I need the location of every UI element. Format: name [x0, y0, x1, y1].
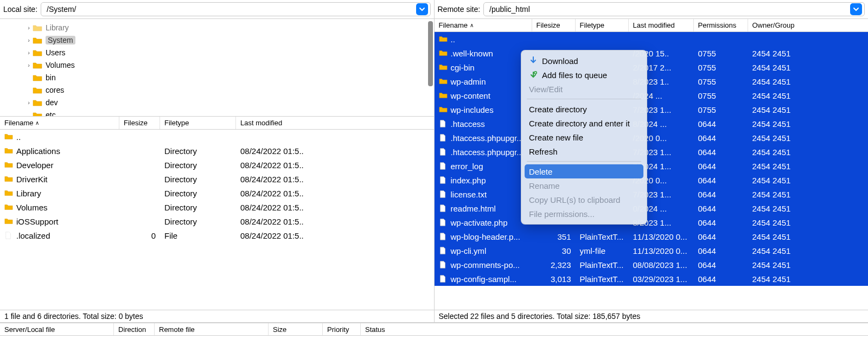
file-icon — [439, 260, 448, 269]
remote-col-lastmod[interactable]: Last modified — [629, 19, 694, 31]
remote-path-row: Remote site: — [435, 0, 869, 19]
file-name: DriverKit — [16, 175, 48, 184]
file-icon — [439, 119, 448, 128]
queue-col-remote[interactable]: Remote file — [155, 323, 269, 335]
tree-item[interactable]: ›Volumes — [0, 59, 434, 71]
disclosure-icon[interactable]: › — [25, 37, 33, 43]
list-item[interactable]: wp-cli.yml30yml-file11/13/2020 0...06442… — [435, 244, 869, 258]
list-item[interactable]: wp-comments-po...2,323PlainTextT...08/08… — [435, 258, 869, 272]
remote-col-filesize[interactable]: Filesize — [532, 19, 576, 31]
tree-item-label: Library — [46, 23, 69, 32]
disclosure-icon[interactable]: › — [25, 49, 33, 56]
list-item[interactable]: license.txt7/2023 1...06442454 2451 — [435, 187, 869, 201]
menu-create-new-file[interactable]: Create new file — [521, 130, 647, 144]
menu-refresh[interactable]: Refresh — [521, 144, 647, 158]
list-item[interactable]: wp-activate.php8/2023 1...06442454 2451 — [435, 215, 869, 229]
file-permissions: 0644 — [694, 162, 748, 171]
tree-item[interactable]: bin — [0, 71, 434, 84]
file-name: .well-known — [451, 49, 493, 58]
tree-item-label: Volumes — [46, 61, 75, 69]
local-path-dropdown-button[interactable] — [416, 3, 428, 15]
queue-col-dir[interactable]: Direction — [114, 323, 155, 335]
queue-col-size[interactable]: Size — [269, 323, 323, 335]
file-modified: 11/13/2020 0... — [629, 246, 694, 255]
tree-item[interactable]: ›Library — [0, 21, 434, 34]
file-size: 0 — [119, 231, 160, 240]
list-item[interactable]: cgi-bin2/2017 2...07552454 2451 — [435, 60, 869, 74]
remote-context-menu[interactable]: Download Add files to queue View/Edit Cr… — [521, 50, 647, 225]
list-item[interactable]: ApplicationsDirectory08/24/2022 01:5.. — [0, 144, 434, 158]
remote-col-owner[interactable]: Owner/Group — [748, 19, 802, 31]
list-item[interactable]: index.php/2020 0...06442454 2451 — [435, 173, 869, 187]
list-item[interactable]: .htaccess.phpupgr...7/2023 1...06442454 … — [435, 145, 869, 159]
list-item[interactable]: DriverKitDirectory08/24/2022 01:5.. — [0, 172, 434, 186]
queue-col-priority[interactable]: Priority — [323, 323, 361, 335]
remote-col-filetype[interactable]: Filetype — [576, 19, 629, 31]
remote-path-combo[interactable] — [483, 2, 865, 16]
list-item[interactable]: .. — [435, 32, 869, 46]
list-item[interactable]: wp-admin8/2023 1..07552454 2451 — [435, 74, 869, 88]
menu-create-directory[interactable]: Create directory — [521, 102, 647, 116]
local-path-combo[interactable] — [41, 2, 430, 16]
local-file-list[interactable]: ..ApplicationsDirectory08/24/2022 01:5..… — [0, 130, 434, 310]
file-permissions: 0755 — [694, 63, 748, 72]
file-name: wp-config-sampl... — [451, 274, 517, 284]
disclosure-icon[interactable]: › — [25, 62, 33, 68]
queue-col-status[interactable]: Status — [361, 323, 426, 335]
local-col-filesize[interactable]: Filesize — [119, 117, 160, 129]
remote-file-list[interactable]: ...well-known/2020 15..07552454 2451cgi-… — [435, 32, 869, 310]
tree-item[interactable]: etc — [0, 108, 434, 117]
list-item[interactable]: .. — [0, 130, 434, 144]
list-item[interactable]: iOSSupportDirectory08/24/2022 01:5.. — [0, 214, 434, 228]
list-item[interactable]: wp-blog-header.p...351PlainTextT...11/13… — [435, 229, 869, 244]
local-path-input[interactable] — [47, 5, 416, 14]
file-icon — [439, 176, 448, 184]
list-item[interactable]: .htaccess8/2024 ...06442454 2451 — [435, 117, 869, 131]
file-permissions: 0755 — [694, 105, 748, 114]
file-owner: 2454 2451 — [748, 105, 802, 114]
local-folder-tree[interactable]: ›Library›System›Users›Volumesbincores›de… — [0, 19, 434, 117]
remote-col-permissions[interactable]: Permissions — [694, 19, 748, 31]
tree-item[interactable]: ›Users — [0, 46, 434, 59]
list-item[interactable]: .well-known/2020 15..07552454 2451 — [435, 46, 869, 60]
file-modified: 03/29/2023 1... — [629, 274, 694, 284]
menu-delete[interactable]: Delete — [525, 164, 643, 178]
menu-download[interactable]: Download — [521, 54, 647, 68]
file-permissions: 0644 — [694, 133, 748, 143]
file-owner: 2454 2451 — [748, 49, 802, 58]
menu-file-permissions: File permissions... — [521, 207, 647, 221]
list-item[interactable]: readme.html0/2024 ...06442454 2451 — [435, 201, 869, 215]
local-col-filetype[interactable]: Filetype — [160, 117, 236, 129]
add-to-queue-icon — [529, 71, 538, 79]
remote-path-dropdown-button[interactable] — [850, 3, 862, 15]
tree-item[interactable]: ›dev — [0, 96, 434, 108]
list-item[interactable]: wp-includes7/2023 1...07552454 2451 — [435, 103, 869, 117]
list-item[interactable]: .localized0File08/24/2022 01:5.. — [0, 228, 434, 242]
tree-item[interactable]: ›System — [0, 34, 434, 46]
list-item[interactable]: LibraryDirectory08/24/2022 01:5.. — [0, 186, 434, 200]
list-item[interactable]: wp-config-sampl...3,013PlainTextT...03/2… — [435, 272, 869, 286]
menu-create-directory-enter[interactable]: Create directory and enter it — [521, 116, 647, 130]
list-item[interactable]: .htaccess.phpupgr.../2020 0...06442454 2… — [435, 131, 869, 145]
list-item[interactable]: error_log7/2024 1...06442454 2451 — [435, 159, 869, 173]
menu-view-edit: View/Edit — [521, 82, 647, 96]
list-item[interactable]: VolumesDirectory08/24/2022 01:5.. — [0, 200, 434, 214]
list-item[interactable]: DeveloperDirectory08/24/2022 01:5.. — [0, 158, 434, 172]
file-type: Directory — [160, 161, 236, 170]
remote-path-input[interactable] — [489, 5, 850, 14]
disclosure-icon[interactable]: › — [25, 24, 33, 31]
file-icon — [439, 232, 448, 241]
tree-item-label: dev — [46, 98, 58, 107]
local-tree-scrollbar[interactable] — [428, 21, 433, 86]
folder-icon — [439, 105, 448, 114]
local-col-filename[interactable]: Filename∧ — [0, 117, 119, 129]
disclosure-icon[interactable]: › — [25, 99, 33, 106]
queue-col-file[interactable]: Server/Local file — [0, 323, 114, 335]
local-col-lastmod[interactable]: Last modified — [236, 117, 317, 129]
tree-item[interactable]: cores — [0, 84, 434, 96]
list-item[interactable]: wp-content/2024 ...07552454 2451 — [435, 88, 869, 103]
tree-item-label: cores — [46, 86, 64, 94]
tree-item-label: etc — [46, 111, 56, 117]
menu-add-to-queue[interactable]: Add files to queue — [521, 68, 647, 82]
remote-col-filename[interactable]: Filename∧ — [435, 19, 532, 31]
